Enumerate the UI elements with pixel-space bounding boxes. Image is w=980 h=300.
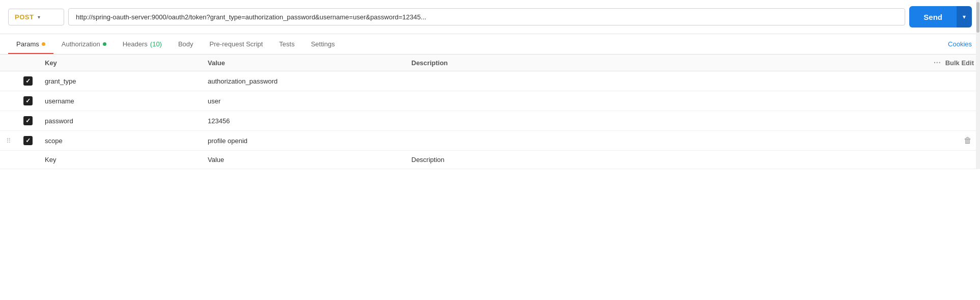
tab-settings[interactable]: Settings <box>303 34 343 54</box>
tab-authorization[interactable]: Authorization <box>53 34 115 54</box>
tab-authorization-label: Authorization <box>62 40 100 48</box>
row-checkbox-1[interactable]: ✓ <box>17 71 39 91</box>
table-row: ⠿ ✓ scope profile openid 🗑 <box>0 131 980 151</box>
tab-tests-label: Tests <box>279 40 294 48</box>
tab-params-label: Params <box>16 40 39 48</box>
row-actions-empty <box>914 151 980 169</box>
row-actions-3 <box>914 111 980 131</box>
row-value-4[interactable]: profile openid <box>202 131 405 151</box>
row-checkbox-2[interactable]: ✓ <box>17 91 39 111</box>
authorization-dot <box>103 42 106 46</box>
row-desc-2[interactable] <box>405 91 914 111</box>
th-value: Value <box>202 54 405 71</box>
cookies-link[interactable]: Cookies <box>948 40 972 48</box>
check-icon: ✓ <box>25 137 31 144</box>
row-desc-3[interactable] <box>405 111 914 131</box>
headers-badge: (10) <box>150 40 162 48</box>
drag-handle <box>0 91 17 111</box>
row-actions-4: 🗑 <box>914 131 980 151</box>
row-desc-empty[interactable]: Description <box>405 151 914 169</box>
row-key-1[interactable]: grant_type <box>39 71 202 91</box>
row-key-3[interactable]: password <box>39 111 202 131</box>
tab-body-label: Body <box>178 40 193 48</box>
row-checkbox-empty <box>17 151 39 169</box>
tab-body[interactable]: Body <box>170 34 202 54</box>
delete-icon[interactable]: 🗑 <box>964 136 972 145</box>
drag-handle <box>0 71 17 91</box>
th-actions: ··· Bulk Edit <box>914 54 980 71</box>
tab-headers[interactable]: Headers (10) <box>115 34 170 54</box>
th-key: Key <box>39 54 202 71</box>
table-row-empty: Key Value Description <box>0 151 980 169</box>
check-icon: ✓ <box>25 97 31 104</box>
row-value-empty[interactable]: Value <box>202 151 405 169</box>
url-input[interactable] <box>76 13 898 21</box>
url-input-wrapper <box>68 8 905 25</box>
row-checkbox-4[interactable]: ✓ <box>17 131 39 151</box>
row-actions-1 <box>914 71 980 91</box>
drag-handle-empty <box>0 151 17 169</box>
th-check <box>17 54 39 71</box>
row-value-1[interactable]: authorization_password <box>202 71 405 91</box>
send-button-group: Send ▾ <box>909 6 972 28</box>
url-bar: POST ▾ Send ▾ <box>0 0 980 34</box>
table-row: ✓ password 123456 <box>0 111 980 131</box>
th-description: Description <box>405 54 914 71</box>
scrollbar-thumb[interactable] <box>976 2 979 33</box>
row-desc-1[interactable] <box>405 71 914 91</box>
more-options-icon[interactable]: ··· <box>934 59 941 67</box>
params-dot <box>42 42 45 46</box>
tabs-bar: Params Authorization Headers (10) Body P… <box>0 34 980 54</box>
check-icon: ✓ <box>25 77 31 85</box>
bulk-edit-label[interactable]: Bulk Edit <box>945 59 974 67</box>
tab-params[interactable]: Params <box>8 34 53 54</box>
row-desc-4[interactable] <box>405 131 914 151</box>
table-row: ✓ username user <box>0 91 980 111</box>
tab-pre-request-script-label: Pre-request Script <box>210 40 263 48</box>
method-label: POST <box>15 13 34 21</box>
tab-pre-request-script[interactable]: Pre-request Script <box>202 34 271 54</box>
check-icon: ✓ <box>25 117 31 124</box>
method-chevron-icon: ▾ <box>38 14 40 20</box>
th-drag <box>0 54 17 71</box>
row-value-2[interactable]: user <box>202 91 405 111</box>
table-header-row: Key Value Description ··· Bulk Edit <box>0 54 980 71</box>
row-key-2[interactable]: username <box>39 91 202 111</box>
tab-headers-label: Headers <box>123 40 148 48</box>
drag-handle <box>0 111 17 131</box>
method-selector[interactable]: POST ▾ <box>8 9 64 25</box>
row-key-empty[interactable]: Key <box>39 151 202 169</box>
scrollbar-track[interactable] <box>976 0 980 169</box>
tab-settings-label: Settings <box>311 40 335 48</box>
table-row: ✓ grant_type authorization_password <box>0 71 980 91</box>
row-actions-2 <box>914 91 980 111</box>
params-table: Key Value Description ··· Bulk Edit ✓ <box>0 54 980 169</box>
drag-handle[interactable]: ⠿ <box>0 131 17 151</box>
row-key-4[interactable]: scope <box>39 131 202 151</box>
row-value-3[interactable]: 123456 <box>202 111 405 131</box>
row-checkbox-3[interactable]: ✓ <box>17 111 39 131</box>
tab-tests[interactable]: Tests <box>271 34 302 54</box>
send-chevron-button[interactable]: ▾ <box>957 6 972 28</box>
send-button[interactable]: Send <box>909 6 957 28</box>
